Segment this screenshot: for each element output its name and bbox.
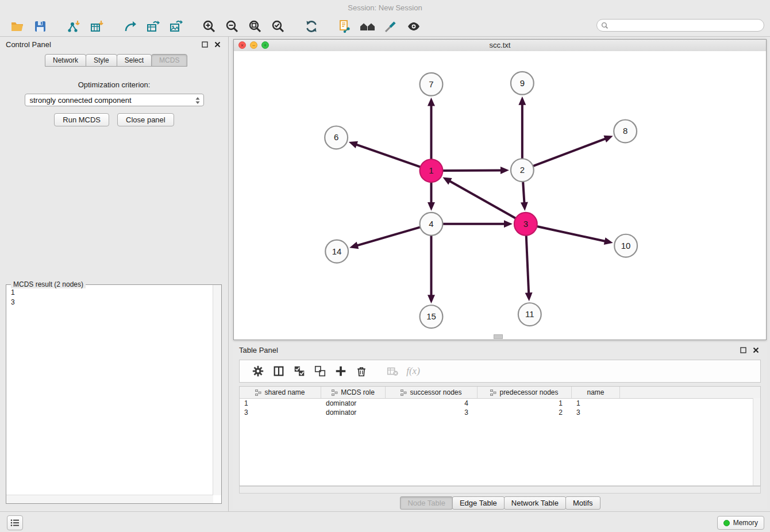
window-resize-grip[interactable] xyxy=(494,334,503,339)
result-vertical-scrollbar[interactable] xyxy=(213,285,221,495)
memory-button[interactable]: Memory xyxy=(717,516,764,530)
graph-node-14[interactable]: 14 xyxy=(325,240,348,263)
graph-node-1[interactable]: 1 xyxy=(420,159,443,182)
graph-node-8[interactable]: 8 xyxy=(614,120,637,143)
graph-node-4[interactable]: 4 xyxy=(420,213,443,236)
export-table-button[interactable] xyxy=(141,18,164,35)
column-header-predecessor-nodes[interactable]: predecessor nodes xyxy=(478,387,572,398)
mcds-result-line: 1 xyxy=(11,288,209,298)
tab-select[interactable]: Select xyxy=(117,54,152,67)
split-columns-button[interactable] xyxy=(268,363,289,380)
search-icon xyxy=(601,21,609,32)
table-settings-button[interactable] xyxy=(248,363,268,380)
graph-edge-1-6[interactable] xyxy=(355,144,421,167)
import-table-button[interactable] xyxy=(85,18,108,35)
graph-edge-2-8[interactable] xyxy=(533,138,607,166)
zoom-selected-button[interactable] xyxy=(267,18,290,35)
column-header-mcds-role[interactable]: MCDS role xyxy=(321,387,386,398)
graph-node-9[interactable]: 9 xyxy=(511,72,534,95)
graph-edge-4-14[interactable] xyxy=(356,227,421,246)
graph-node-label: 7 xyxy=(429,79,433,89)
open-file-button[interactable] xyxy=(6,18,29,35)
run-mcds-button[interactable]: Run MCDS xyxy=(54,113,109,126)
export-image-button[interactable] xyxy=(164,18,187,35)
zoom-out-button[interactable] xyxy=(221,18,244,35)
close-table-panel-button[interactable] xyxy=(750,345,761,355)
first-neighbors-icon xyxy=(338,20,352,33)
export-network-button[interactable] xyxy=(118,18,141,35)
graph-edge-arrow-icon xyxy=(518,97,526,105)
graph-edge-1-2[interactable] xyxy=(442,170,503,171)
column-header-shared-name[interactable]: shared name xyxy=(240,387,321,398)
graph-edge-3-1[interactable] xyxy=(448,180,515,218)
trash-icon xyxy=(355,365,368,377)
graph-node-15[interactable]: 15 xyxy=(420,305,443,328)
close-window-button[interactable]: × xyxy=(238,41,246,49)
table-horizontal-scrollbar[interactable] xyxy=(239,486,761,494)
table-row[interactable]: 1 dominator 4 1 1 xyxy=(240,399,760,408)
show-hide-button[interactable] xyxy=(402,18,425,35)
float-table-panel-button[interactable] xyxy=(738,345,748,355)
refresh-layout-button[interactable] xyxy=(300,18,323,35)
first-neighbors-button[interactable] xyxy=(333,18,356,35)
cell-shared-name: 1 xyxy=(240,399,321,407)
add-column-button[interactable] xyxy=(330,363,351,380)
graph-node-2[interactable]: 2 xyxy=(511,159,534,182)
maximize-window-button[interactable]: + xyxy=(261,41,269,49)
zoom-in-button[interactable] xyxy=(198,18,221,35)
task-history-button[interactable] xyxy=(7,515,23,530)
graph-edge-arrow-icon xyxy=(349,242,359,249)
home-layout-button[interactable] xyxy=(356,18,379,35)
graph-node-7[interactable]: 7 xyxy=(420,73,443,96)
close-panel-button[interactable] xyxy=(212,39,222,49)
zoom-fit-button[interactable] xyxy=(244,18,267,35)
result-horizontal-scrollbar[interactable] xyxy=(6,495,213,503)
select-all-button[interactable] xyxy=(289,363,310,380)
table-vertical-scrollbar[interactable] xyxy=(753,398,760,485)
deselect-all-button[interactable] xyxy=(310,363,330,380)
column-header-name[interactable]: name xyxy=(572,387,620,398)
main-toolbar xyxy=(0,16,770,37)
tab-edge-table[interactable]: Edge Table xyxy=(452,496,505,510)
save-session-button[interactable] xyxy=(29,18,52,35)
close-panel-action-button[interactable]: Close panel xyxy=(117,113,174,126)
graph-node-label: 9 xyxy=(520,78,525,88)
cell-name: 3 xyxy=(572,408,620,417)
graph-node-3[interactable]: 3 xyxy=(514,213,537,236)
cell-predecessor-nodes: 1 xyxy=(478,399,572,407)
graph-edge-3-11[interactable] xyxy=(526,236,529,295)
tab-mcds[interactable]: MCDS xyxy=(151,54,187,67)
graph-edge-arrow-icon xyxy=(521,202,528,211)
graph-node-label: 2 xyxy=(520,165,525,175)
graph-edge-3-10[interactable] xyxy=(537,226,607,241)
graph-node-label: 15 xyxy=(426,311,436,321)
table-panel-header: Table Panel xyxy=(233,342,767,357)
zoom-in-icon xyxy=(202,20,216,33)
graph-node-6[interactable]: 6 xyxy=(325,126,348,149)
search-input[interactable] xyxy=(596,19,764,32)
column-header-successor-nodes[interactable]: successor nodes xyxy=(386,387,478,398)
graph-node-10[interactable]: 10 xyxy=(614,234,637,257)
add-column-icon xyxy=(334,365,347,377)
minimize-window-button[interactable]: − xyxy=(250,41,257,49)
table-row[interactable]: 3 dominator 3 2 3 xyxy=(240,408,760,417)
import-network-button[interactable] xyxy=(62,18,85,35)
float-panel-button[interactable] xyxy=(199,39,210,49)
tab-node-table[interactable]: Node Table xyxy=(400,496,453,510)
network-canvas[interactable]: 7968124314101511 xyxy=(234,51,766,340)
network-window-titlebar[interactable]: × − + scc.txt xyxy=(234,40,766,52)
save-session-icon xyxy=(33,20,47,33)
tab-network[interactable]: Network xyxy=(45,54,86,67)
delete-button[interactable] xyxy=(351,363,372,380)
apply-style-button[interactable] xyxy=(379,18,402,35)
graph-edge-arrow-icon xyxy=(428,202,435,211)
graph-edge-2-3[interactable] xyxy=(523,182,525,205)
graph-node-11[interactable]: 11 xyxy=(518,303,541,326)
tab-style[interactable]: Style xyxy=(86,54,117,67)
open-file-icon xyxy=(10,20,24,33)
tab-motifs[interactable]: Motifs xyxy=(565,496,600,510)
graph-node-label: 11 xyxy=(525,309,534,319)
criterion-dropdown[interactable]: strongly connected component xyxy=(25,94,204,106)
network-graph[interactable]: 7968124314101511 xyxy=(234,51,766,340)
tab-network-table[interactable]: Network Table xyxy=(504,496,566,510)
